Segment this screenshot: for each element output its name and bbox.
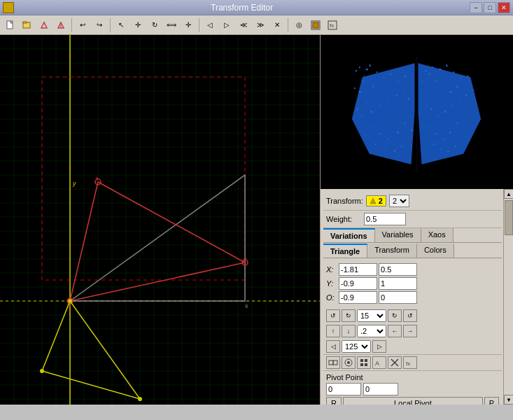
svg-rect-82: [359, 66, 360, 68]
svg-marker-154: [370, 198, 376, 204]
undo-button[interactable]: ↩: [75, 18, 90, 33]
next-key-button[interactable]: ≫: [253, 18, 268, 33]
next-frame-button[interactable]: ▷: [219, 18, 234, 33]
move-button[interactable]: ✛: [130, 18, 146, 33]
scroll-down-button[interactable]: ▼: [504, 395, 513, 405]
tab-variations[interactable]: Variations: [323, 228, 375, 242]
flame-svg: [321, 35, 513, 189]
svg-rect-94: [366, 102, 367, 103]
svg-rect-144: [442, 139, 444, 140]
minimize-button[interactable]: −: [470, 2, 482, 13]
pivot-x-input[interactable]: [326, 383, 361, 396]
icon-btn-1[interactable]: [326, 356, 340, 369]
svg-rect-108: [410, 115, 412, 117]
new-button[interactable]: [3, 18, 18, 33]
tab-colors[interactable]: Colors: [417, 244, 454, 258]
o-input-1[interactable]: [339, 291, 377, 304]
x-input-1[interactable]: [339, 263, 377, 276]
pivot-p-button[interactable]: P: [484, 397, 499, 405]
svg-rect-4: [23, 22, 27, 23]
transform-badge: 2: [366, 195, 386, 206]
svg-marker-5: [41, 22, 47, 28]
tab-row-2: Triangle Transform Colors: [323, 244, 502, 258]
svg-rect-133: [467, 76, 468, 77]
pivot-y-input[interactable]: [363, 383, 398, 396]
angle-left-button[interactable]: ◁: [326, 340, 340, 353]
scale-button[interactable]: ⟺: [164, 18, 179, 33]
flip-v-button[interactable]: ↺: [403, 309, 417, 322]
rotate-ccw-button[interactable]: ↺: [326, 309, 340, 322]
svg-rect-119: [399, 155, 400, 156]
icon-btn-5[interactable]: [388, 356, 402, 369]
pivot-r-button[interactable]: R: [326, 397, 342, 405]
tab-transform[interactable]: Transform: [367, 244, 417, 258]
weight-label: Weight:: [326, 215, 361, 223]
icon-btn-2[interactable]: [342, 356, 356, 369]
x-row: X:: [326, 263, 499, 276]
svg-rect-89: [373, 85, 374, 88]
angle-right-button[interactable]: ▷: [372, 340, 386, 353]
y-input-1[interactable]: [339, 277, 377, 290]
tri-left-button[interactable]: [36, 18, 52, 33]
y-input-2[interactable]: [379, 277, 417, 290]
icon-btn-6[interactable]: fx: [403, 356, 417, 369]
svg-rect-112: [401, 146, 402, 147]
scale-left-button[interactable]: ←: [388, 325, 402, 337]
pivot-label: Pivot Point: [326, 373, 499, 382]
icon-btn-3[interactable]: [357, 356, 371, 369]
scale-right-button[interactable]: →: [403, 325, 417, 337]
rotate-tool-button[interactable]: ↻: [147, 18, 162, 33]
svg-rect-130: [460, 77, 461, 78]
o-input-2[interactable]: [379, 291, 417, 304]
x-button[interactable]: ✕: [269, 18, 285, 33]
scroll-track: [504, 199, 513, 395]
scroll-up-button[interactable]: ▲: [504, 189, 513, 199]
svg-rect-160: [365, 359, 367, 362]
svg-rect-96: [361, 115, 363, 117]
tab-triangle[interactable]: Triangle: [323, 244, 367, 258]
scale-down-button[interactable]: ↓: [342, 325, 356, 337]
select-button[interactable]: ↖: [113, 18, 129, 33]
svg-rect-105: [387, 139, 389, 140]
canvas-area[interactable]: + + 0 x y: [0, 35, 320, 405]
svg-rect-139: [458, 98, 460, 99]
tab-variables[interactable]: Variables: [375, 228, 421, 242]
scroll-thumb[interactable]: [505, 200, 513, 235]
redo-button[interactable]: ↪: [92, 18, 107, 33]
tab-xaos[interactable]: Xaos: [421, 228, 454, 242]
svg-point-74: [68, 299, 72, 303]
rect1-button[interactable]: [308, 18, 323, 33]
preview-button[interactable]: ◎: [291, 18, 307, 33]
svg-rect-99: [387, 98, 388, 99]
svg-rect-134: [423, 102, 425, 103]
tri-right-button[interactable]: [53, 18, 69, 33]
svg-rect-88: [359, 91, 361, 92]
svg-rect-161: [360, 363, 363, 366]
sep2: [110, 18, 111, 32]
scale-select[interactable]: .2: [357, 325, 386, 337]
svg-text:+: +: [95, 175, 99, 182]
pivot-button[interactable]: ✛: [181, 18, 196, 33]
close-button[interactable]: ✕: [498, 2, 510, 13]
scale-up-button[interactable]: ↑: [326, 325, 340, 337]
pivot-local-button[interactable]: Local Pivot: [343, 397, 483, 405]
svg-rect-109: [375, 144, 377, 145]
flip-h-button[interactable]: ↻: [388, 309, 402, 322]
rotate-select[interactable]: 15: [357, 309, 386, 322]
icon-row: A fx: [323, 354, 502, 370]
prev-key-button[interactable]: ≪: [236, 18, 251, 33]
transform-select[interactable]: 2: [389, 195, 409, 207]
rotate-cw-button[interactable]: ↻: [342, 309, 356, 322]
icon-btn-4[interactable]: A: [372, 356, 386, 369]
x-input-2[interactable]: [379, 263, 417, 276]
weight-input[interactable]: [364, 213, 406, 225]
rect2-button[interactable]: fx: [325, 18, 340, 33]
maximize-button[interactable]: □: [484, 2, 496, 13]
prev-frame-button[interactable]: ◁: [202, 18, 218, 33]
svg-rect-97: [371, 111, 372, 113]
svg-rect-127: [442, 88, 444, 89]
xyo-section: X: Y: O:: [323, 260, 502, 308]
svg-text:fx: fx: [406, 360, 410, 367]
open-button[interactable]: [20, 18, 35, 33]
angle-select[interactable]: 125: [342, 340, 371, 353]
